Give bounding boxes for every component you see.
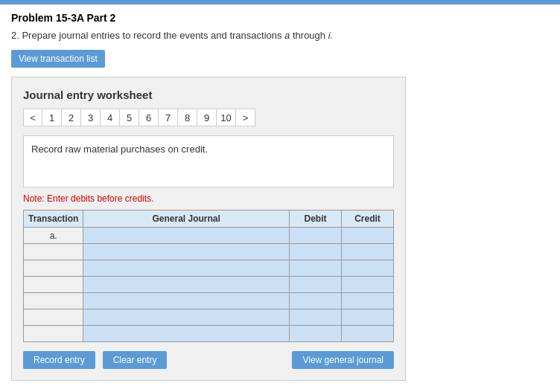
credit-field-5[interactable] <box>342 293 393 309</box>
page-3[interactable]: 3 <box>81 109 101 126</box>
problem-title: Problem 15-3A Part 2 <box>11 12 549 24</box>
table-row <box>24 260 394 277</box>
general-journal-input-2[interactable] <box>83 244 290 260</box>
th-transaction: Transaction <box>24 211 83 228</box>
transaction-label-a: a. <box>24 228 83 244</box>
page-9[interactable]: 9 <box>197 109 217 126</box>
general-journal-input-3[interactable] <box>83 260 290 277</box>
debit-field-4[interactable] <box>290 277 341 292</box>
debit-input-2[interactable] <box>290 244 342 260</box>
general-journal-field-4[interactable] <box>83 277 289 292</box>
transaction-label-7 <box>24 326 83 342</box>
page-next[interactable]: > <box>236 109 255 126</box>
general-journal-input-5[interactable] <box>83 293 290 309</box>
table-row <box>24 326 394 342</box>
record-entry-button[interactable]: Record entry <box>23 351 95 369</box>
instruction-end: i. <box>328 30 334 41</box>
credit-input-7[interactable] <box>342 326 394 342</box>
description-text: Record raw material purchases on credit. <box>31 144 208 155</box>
credit-field-6[interactable] <box>342 309 393 325</box>
general-journal-input-4[interactable] <box>83 277 290 293</box>
page-2[interactable]: 2 <box>62 109 81 126</box>
page-1[interactable]: 1 <box>42 109 62 126</box>
debit-field-6[interactable] <box>290 309 341 325</box>
credit-input-1[interactable] <box>342 228 394 244</box>
page-6[interactable]: 6 <box>139 109 159 126</box>
credit-input-2[interactable] <box>342 244 394 260</box>
table-row <box>24 293 394 309</box>
page-7[interactable]: 7 <box>159 109 178 126</box>
debit-field-1[interactable] <box>290 228 341 243</box>
table-row <box>24 277 394 293</box>
worksheet-container: Journal entry worksheet < 1 2 3 4 5 6 7 … <box>11 77 406 381</box>
pagination: < 1 2 3 4 5 6 7 8 9 10 > <box>23 109 394 126</box>
credit-input-5[interactable] <box>342 293 394 309</box>
instruction: 2. Prepare journal entries to record the… <box>11 30 549 41</box>
general-journal-input-7[interactable] <box>83 326 290 342</box>
clear-entry-button[interactable]: Clear entry <box>103 351 168 369</box>
instruction-suffix: through <box>290 30 328 41</box>
general-journal-field-5[interactable] <box>83 293 289 309</box>
general-journal-input-1[interactable] <box>83 228 290 244</box>
th-debit: Debit <box>290 211 342 228</box>
worksheet-title: Journal entry worksheet <box>23 89 394 101</box>
transaction-label-4 <box>24 277 83 293</box>
debit-input-6[interactable] <box>290 309 342 326</box>
page-8[interactable]: 8 <box>178 109 197 126</box>
credit-field-2[interactable] <box>342 244 393 260</box>
debit-input-3[interactable] <box>290 260 342 277</box>
debit-input-1[interactable] <box>290 228 342 244</box>
credit-field-7[interactable] <box>342 326 393 341</box>
debit-field-5[interactable] <box>290 293 341 309</box>
page-4[interactable]: 4 <box>101 109 120 126</box>
debit-input-4[interactable] <box>290 277 342 293</box>
debit-field-3[interactable] <box>290 260 341 276</box>
general-journal-field-1[interactable] <box>83 228 289 243</box>
table-row <box>24 309 394 326</box>
debit-field-7[interactable] <box>290 326 341 341</box>
th-general-journal: General Journal <box>83 211 290 228</box>
credit-input-4[interactable] <box>342 277 394 293</box>
credit-input-3[interactable] <box>342 260 394 277</box>
debit-input-7[interactable] <box>290 326 342 342</box>
credit-input-6[interactable] <box>342 309 394 326</box>
instruction-prefix: 2. Prepare journal entries to record the… <box>11 30 284 41</box>
transaction-label-3 <box>24 260 83 277</box>
debit-input-5[interactable] <box>290 293 342 309</box>
general-journal-input-6[interactable] <box>83 309 290 326</box>
view-transaction-button[interactable]: View transaction list <box>11 50 105 68</box>
table-header-row: Transaction General Journal Debit Credit <box>24 211 394 228</box>
page-prev[interactable]: < <box>23 109 42 126</box>
general-journal-field-3[interactable] <box>83 260 289 276</box>
table-row: a. <box>24 228 394 244</box>
general-journal-field-2[interactable] <box>83 244 289 260</box>
debit-field-2[interactable] <box>290 244 341 260</box>
general-journal-field-7[interactable] <box>83 326 289 341</box>
credit-field-3[interactable] <box>342 260 393 276</box>
credit-field-1[interactable] <box>342 228 393 243</box>
description-box: Record raw material purchases on credit. <box>23 135 394 187</box>
button-row: Record entry Clear entry View general jo… <box>23 351 394 369</box>
journal-table: Transaction General Journal Debit Credit… <box>23 210 394 342</box>
credit-field-4[interactable] <box>342 277 393 292</box>
page-10[interactable]: 10 <box>217 109 236 126</box>
th-credit: Credit <box>342 211 394 228</box>
page-content: Problem 15-3A Part 2 2. Prepare journal … <box>0 4 560 388</box>
transaction-label-5 <box>24 293 83 309</box>
table-row <box>24 244 394 260</box>
general-journal-field-6[interactable] <box>83 309 289 325</box>
transaction-label-6 <box>24 309 83 326</box>
transaction-label-2 <box>24 244 83 260</box>
pagination-inner: < 1 2 3 4 5 6 7 8 9 10 > <box>23 109 255 126</box>
page-5[interactable]: 5 <box>120 109 139 126</box>
note-text: Note: Enter debits before credits. <box>23 193 394 204</box>
view-general-journal-button[interactable]: View general journal <box>292 351 394 369</box>
